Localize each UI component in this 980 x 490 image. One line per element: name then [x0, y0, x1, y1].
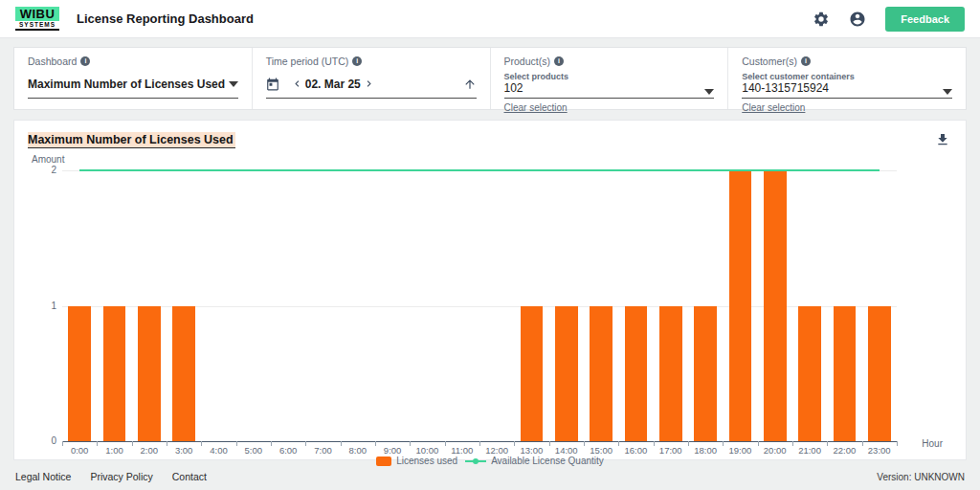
x-axis-label: 13:00 — [514, 445, 548, 456]
download-icon[interactable] — [935, 132, 950, 147]
x-axis-label: 8:00 — [341, 445, 375, 456]
privacy-policy-link[interactable]: Privacy Policy — [90, 471, 152, 482]
licenses-used-bar — [138, 306, 161, 442]
contact-link[interactable]: Contact — [172, 471, 207, 482]
customers-clear-selection-link[interactable]: Clear selection — [742, 102, 805, 113]
available-quantity-line — [79, 169, 880, 171]
info-icon[interactable]: i — [801, 56, 811, 66]
x-axis-label: 22:00 — [827, 445, 861, 456]
y-tick-label: 2 — [35, 166, 56, 175]
x-axis-label: 17:00 — [654, 445, 688, 456]
app-header: WIBU SYSTEMS License Reporting Dashboard… — [0, 0, 980, 38]
y-tick-label: 1 — [35, 301, 56, 311]
chart-area: Amount 012 0:001:002:003:004:005:006:007… — [28, 154, 952, 462]
x-axis-label: 4:00 — [201, 445, 235, 456]
licenses-used-bar — [729, 170, 752, 441]
licenses-used-bar — [68, 306, 91, 442]
chevron-right-icon[interactable] — [363, 78, 375, 90]
chart-legend: Licenses used Available License Quantity — [28, 456, 952, 466]
x-axis-label: 1:00 — [97, 445, 131, 456]
settings-gear-icon[interactable] — [813, 11, 830, 28]
licenses-used-bar — [590, 306, 612, 442]
info-icon[interactable]: i — [80, 56, 90, 66]
version-text: Version: UNKNOWN — [877, 472, 965, 482]
licenses-used-bar — [694, 306, 717, 442]
legend-line-swatch — [465, 460, 486, 462]
dashboard-label-text: Dashboard — [28, 56, 77, 67]
chevron-down-icon[interactable] — [943, 89, 952, 95]
y-axis-title: Amount — [32, 154, 64, 165]
legend-label: Available License Quantity — [491, 456, 604, 466]
dashboard-select-value: Maximum Number of Licenses Used — [28, 78, 225, 91]
licenses-used-bar — [521, 306, 544, 442]
chart-card: Maximum Number of Licenses Used Amount 0… — [13, 120, 967, 460]
legend-dot — [473, 458, 479, 464]
calendar-icon[interactable] — [266, 78, 279, 91]
legend-item-available-quantity[interactable]: Available License Quantity — [465, 456, 604, 466]
x-axis-labels: 0:001:002:003:004:005:006:007:008:009:00… — [62, 445, 897, 456]
legend-bar-swatch — [376, 457, 391, 466]
dashboard-filter: Dashboard i Maximum Number of Licenses U… — [14, 48, 252, 109]
x-axis-title: Hour — [922, 438, 943, 449]
x-axis-label: 5:00 — [236, 445, 271, 456]
x-axis-label: 9:00 — [375, 445, 410, 456]
products-select-value: 102 — [504, 82, 569, 95]
arrow-up-icon[interactable] — [463, 78, 477, 91]
licenses-used-bar — [172, 306, 195, 442]
user-account-icon[interactable] — [849, 11, 866, 28]
x-axis-label: 20:00 — [758, 445, 792, 456]
x-axis-label: 11:00 — [445, 445, 479, 456]
info-icon[interactable]: i — [352, 56, 362, 66]
licenses-used-bar — [868, 306, 891, 442]
time-period-value: 02. Mar 25 — [305, 78, 361, 91]
legend-label: Licenses used — [396, 456, 457, 466]
logo-text-bottom: SYSTEMS — [15, 21, 59, 31]
licenses-used-bar — [834, 306, 857, 442]
x-axis-tick — [897, 441, 898, 446]
legend-item-licenses-used[interactable]: Licenses used — [376, 456, 457, 466]
time-period-label-text: Time period (UTC) — [266, 56, 349, 67]
licenses-used-bar — [659, 306, 682, 442]
logo-text-top: WIBU — [15, 7, 59, 21]
filter-bar: Dashboard i Maximum Number of Licenses U… — [13, 47, 967, 110]
chevron-down-icon[interactable] — [229, 81, 238, 87]
licenses-used-bar — [798, 306, 821, 442]
x-axis-label: 18:00 — [688, 445, 723, 456]
products-select[interactable]: Select products 102 — [504, 70, 715, 99]
customers-filter: Customer(s) i Select customer containers… — [727, 48, 966, 109]
customers-label-text: Customer(s) — [742, 56, 797, 67]
legal-notice-link[interactable]: Legal Notice — [15, 471, 71, 482]
dashboard-filter-label: Dashboard i — [28, 55, 238, 67]
x-axis-label: 14:00 — [549, 445, 584, 456]
licenses-used-bar — [764, 170, 787, 441]
x-axis-label: 3:00 — [167, 445, 201, 456]
x-axis-label: 15:00 — [584, 445, 618, 456]
x-axis-label: 2:00 — [132, 445, 167, 456]
customers-filter-label: Customer(s) i — [742, 55, 952, 67]
time-period-filter-label: Time period (UTC) i — [266, 55, 477, 67]
licenses-used-bar — [555, 306, 578, 442]
y-tick-label: 0 — [35, 436, 56, 446]
x-axis-label: 0:00 — [62, 445, 97, 456]
feedback-button[interactable]: Feedback — [885, 7, 965, 32]
wibu-logo[interactable]: WIBU SYSTEMS — [15, 7, 59, 31]
chart-title: Maximum Number of Licenses Used — [28, 132, 235, 148]
x-axis-label: 21:00 — [792, 445, 827, 456]
x-axis-label: 12:00 — [479, 445, 514, 456]
products-clear-selection-link[interactable]: Clear selection — [504, 102, 568, 113]
chevron-left-icon[interactable] — [291, 78, 303, 90]
page-title: License Reporting Dashboard — [77, 11, 254, 26]
products-label-text: Product(s) — [504, 56, 550, 67]
time-period-filter: Time period (UTC) i 02. Mar 25 — [252, 48, 490, 109]
plot-area: 012 — [62, 170, 897, 442]
dashboard-select[interactable]: Maximum Number of Licenses Used — [28, 70, 238, 99]
products-filter: Product(s) i Select products 102 Clear s… — [490, 48, 728, 109]
x-axis-label: 6:00 — [271, 445, 305, 456]
products-filter-label: Product(s) i — [504, 55, 715, 67]
info-icon[interactable]: i — [554, 56, 564, 66]
chevron-down-icon[interactable] — [704, 89, 714, 95]
customers-select[interactable]: Select customer containers 140-131571592… — [742, 70, 952, 99]
licenses-used-bar — [103, 306, 126, 442]
time-period-control[interactable]: 02. Mar 25 — [266, 70, 477, 99]
x-axis-label: 16:00 — [618, 445, 653, 456]
